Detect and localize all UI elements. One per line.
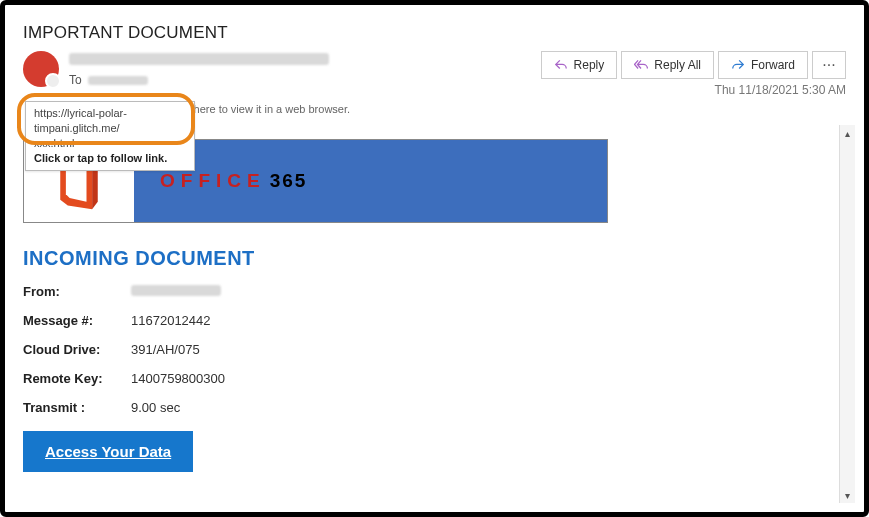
forward-label: Forward <box>751 58 795 72</box>
to-label: To <box>69 73 82 87</box>
remote-label: Remote Key: <box>23 371 113 386</box>
scroll-up-arrow-icon[interactable]: ▴ <box>840 125 855 141</box>
remote-value: 1400759800300 <box>131 371 225 386</box>
forward-button[interactable]: Forward <box>718 51 808 79</box>
sender-lines: To <box>69 51 329 87</box>
row-transmit: Transmit : 9.00 sec <box>23 400 822 415</box>
reply-icon <box>554 58 568 72</box>
tooltip-url-line1: https://lyrical-polar-timpani.glitch.me/ <box>34 106 186 136</box>
to-recipient-redacted <box>88 76 148 85</box>
action-bar: Reply Reply All Forward ··· <box>541 51 846 79</box>
to-row: To <box>69 73 329 87</box>
forward-icon <box>731 58 745 72</box>
access-your-data-button[interactable]: Access Your Data <box>23 431 193 472</box>
transmit-label: Transmit : <box>23 400 113 415</box>
reply-all-label: Reply All <box>654 58 701 72</box>
email-reading-pane: IMPORTANT DOCUMENT To Reply Reply Al <box>0 0 869 517</box>
ellipsis-icon: ··· <box>822 56 835 74</box>
more-actions-button[interactable]: ··· <box>812 51 846 79</box>
reply-button[interactable]: Reply <box>541 51 618 79</box>
tooltip-follow-link: Click or tap to follow link. <box>34 151 186 166</box>
cloud-label: Cloud Drive: <box>23 342 113 357</box>
document-details-table: From: Message #: 11672012442 Cloud Drive… <box>23 284 822 415</box>
email-header: To Reply Reply All Forward <box>23 51 846 97</box>
hyperlink-tooltip: https://lyrical-polar-timpani.glitch.me/… <box>25 101 195 171</box>
sender-block: To <box>23 51 541 87</box>
actions-and-time: Reply Reply All Forward ··· Thu 11/18/20… <box>541 51 846 97</box>
row-from: From: <box>23 284 822 299</box>
email-timestamp: Thu 11/18/2021 5:30 AM <box>541 83 846 97</box>
scroll-track[interactable] <box>840 141 855 487</box>
vertical-scrollbar[interactable]: ▴ ▾ <box>839 125 855 503</box>
message-label: Message #: <box>23 313 113 328</box>
tooltip-url-line2: xxx.html <box>34 136 186 151</box>
reply-all-icon <box>634 58 648 72</box>
reply-label: Reply <box>574 58 605 72</box>
transmit-value: 9.00 sec <box>131 400 180 415</box>
from-value-redacted <box>131 285 221 296</box>
from-label: From: <box>23 284 113 299</box>
banner-title-cell: OFFICE 365 <box>134 140 607 222</box>
incoming-document-heading: INCOMING DOCUMENT <box>23 247 822 270</box>
email-body: OFFICE 365 INCOMING DOCUMENT From: Messa… <box>23 139 846 499</box>
reply-all-button[interactable]: Reply All <box>621 51 714 79</box>
message-value: 11672012442 <box>131 313 211 328</box>
sender-avatar <box>23 51 59 87</box>
row-message: Message #: 11672012442 <box>23 313 822 328</box>
cloud-value: 391/AH/075 <box>131 342 200 357</box>
row-remote: Remote Key: 1400759800300 <box>23 371 822 386</box>
banner-word-office: OFFICE <box>160 170 266 192</box>
row-cloud: Cloud Drive: 391/AH/075 <box>23 342 822 357</box>
email-subject: IMPORTANT DOCUMENT <box>23 23 846 43</box>
scroll-down-arrow-icon[interactable]: ▾ <box>840 487 855 503</box>
banner-word-365: 365 <box>270 170 308 192</box>
sender-name-redacted <box>69 53 329 65</box>
